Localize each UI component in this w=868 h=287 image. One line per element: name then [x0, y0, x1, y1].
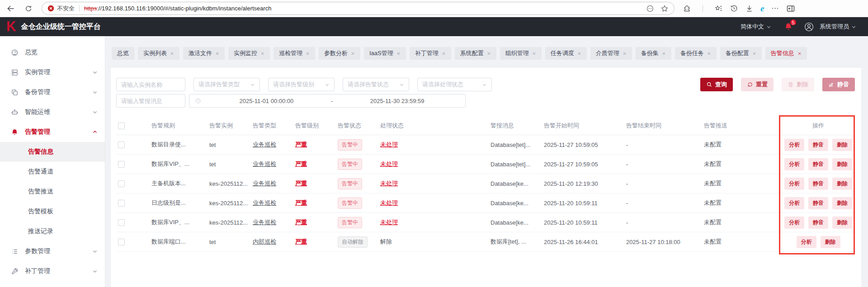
- close-icon[interactable]: [752, 52, 756, 56]
- close-icon[interactable]: [170, 52, 174, 56]
- tab-backup-task[interactable]: 备份任务: [675, 47, 717, 60]
- analyze-button[interactable]: 分析: [784, 216, 804, 229]
- date-start-value[interactable]: 2025-11-01 00:00:00: [204, 98, 329, 104]
- cell-type-link[interactable]: 业务巡检: [253, 219, 276, 226]
- browser-refresh-button[interactable]: [24, 5, 33, 13]
- cell-level-link[interactable]: 严重: [295, 238, 307, 245]
- close-icon[interactable]: [707, 52, 711, 56]
- analyze-button[interactable]: 分析: [784, 158, 804, 170]
- row-checkbox[interactable]: [118, 161, 125, 168]
- close-icon[interactable]: [351, 52, 355, 56]
- close-icon[interactable]: [487, 52, 491, 56]
- user-menu[interactable]: 系统管理员: [820, 23, 856, 31]
- cell-handle-link[interactable]: 未处理: [380, 180, 398, 187]
- avatar[interactable]: [804, 22, 814, 32]
- tab-iaas-mgmt[interactable]: IaaS管理: [364, 47, 406, 60]
- instance-name-input[interactable]: [116, 78, 185, 91]
- sidebar-item-alert-push[interactable]: 告警推送: [0, 182, 105, 202]
- row-delete-button[interactable]: 删除: [832, 158, 852, 170]
- sidebar-item-patch-mgmt[interactable]: 补丁管理: [0, 261, 105, 281]
- tab-activation-file[interactable]: 激活文件: [183, 47, 225, 60]
- row-delete-button[interactable]: 删除: [832, 178, 852, 190]
- reader-goals-icon[interactable]: [646, 4, 654, 13]
- row-checkbox[interactable]: [118, 219, 125, 226]
- close-icon[interactable]: [396, 52, 401, 56]
- downloads-icon[interactable]: [745, 4, 754, 13]
- sidebar-item-alert-mgmt[interactable]: 告警管理: [0, 122, 105, 142]
- close-icon[interactable]: [797, 52, 802, 56]
- delete-button[interactable]: 删除: [782, 78, 814, 91]
- tab-instance-list[interactable]: 实例列表: [138, 47, 179, 60]
- extensions-icon[interactable]: [683, 4, 691, 13]
- tab-task-schedule[interactable]: 任务调度: [545, 47, 587, 60]
- sidebar-item-alert-template[interactable]: 告警模板: [0, 202, 105, 221]
- row-delete-button[interactable]: 删除: [832, 216, 852, 229]
- language-switcher[interactable]: 简体中文: [741, 23, 771, 31]
- tab-backup-set[interactable]: 备份集: [636, 47, 671, 60]
- cell-level-link[interactable]: 严重: [295, 180, 307, 187]
- query-button[interactable]: 查询: [700, 78, 733, 91]
- bookmark-star-icon[interactable]: [660, 4, 669, 13]
- row-mute-button[interactable]: 静音: [808, 139, 828, 151]
- cell-handle-link[interactable]: 未处理: [380, 199, 398, 206]
- close-icon[interactable]: [662, 52, 666, 56]
- row-delete-button[interactable]: 删除: [832, 197, 852, 209]
- tab-inspection-mgmt[interactable]: 巡检管理: [274, 47, 315, 60]
- address-bar[interactable]: 不安全 https://192.168.150.116:19000/#/stat…: [42, 2, 675, 15]
- tab-org-mgmt[interactable]: 组织管理: [500, 47, 542, 60]
- cell-handle-link[interactable]: 未处理: [380, 160, 398, 167]
- cell-type-link[interactable]: 内部巡检: [253, 238, 276, 245]
- close-icon[interactable]: [306, 52, 310, 56]
- sidebar-item-instance-mgmt[interactable]: 实例管理: [0, 62, 105, 82]
- row-mute-button[interactable]: 静音: [808, 158, 828, 170]
- sidebar-item-alert-info[interactable]: 告警信息: [0, 142, 105, 162]
- favorites-icon[interactable]: [714, 4, 723, 13]
- browser-menu-icon[interactable]: [771, 4, 779, 13]
- tab-param-analysis[interactable]: 参数分析: [319, 47, 360, 60]
- cell-type-link[interactable]: 业务巡检: [253, 141, 276, 148]
- row-mute-button[interactable]: 静音: [808, 178, 828, 190]
- mute-button[interactable]: 静音: [822, 78, 855, 91]
- alert-type-select[interactable]: 请选择告警类型: [193, 78, 260, 91]
- row-checkbox[interactable]: [118, 180, 125, 187]
- sidebar-item-push-records[interactable]: 推送记录: [0, 221, 105, 241]
- tab-overview[interactable]: 总览: [112, 47, 134, 60]
- tab-backup-config[interactable]: 备份配置: [720, 47, 762, 60]
- side-panel-icon[interactable]: [786, 4, 795, 13]
- sidebar-item-alert-channel[interactable]: 告警通道: [0, 162, 105, 182]
- row-checkbox[interactable]: [118, 200, 125, 207]
- cell-level-link[interactable]: 严重: [295, 199, 307, 206]
- row-mute-button[interactable]: 静音: [808, 197, 828, 209]
- cell-type-link[interactable]: 业务巡检: [253, 199, 276, 206]
- close-icon[interactable]: [532, 52, 536, 56]
- handle-status-select[interactable]: 请选择处理状态: [417, 78, 492, 91]
- tab-instance-monitor[interactable]: 实例监控: [228, 47, 270, 60]
- select-all-checkbox[interactable]: [118, 122, 125, 129]
- analyze-button[interactable]: 分析: [784, 197, 804, 209]
- tab-system-config[interactable]: 系统配置: [455, 47, 496, 60]
- row-checkbox[interactable]: [118, 141, 125, 148]
- url-text[interactable]: https://192.168.150.116:19000/#/static-p…: [84, 5, 646, 12]
- date-range-picker[interactable]: 2025-11-01 00:00:00 - 2025-11-30 23:59:5…: [189, 94, 466, 108]
- cell-type-link[interactable]: 业务巡检: [253, 160, 276, 167]
- history-icon[interactable]: [730, 4, 738, 13]
- close-icon[interactable]: [577, 52, 581, 56]
- row-delete-button[interactable]: 删除: [832, 139, 852, 151]
- cell-level-link[interactable]: 严重: [295, 219, 307, 226]
- close-icon[interactable]: [442, 52, 446, 56]
- close-icon[interactable]: [260, 52, 264, 56]
- ie-mode-icon[interactable]: e: [760, 4, 764, 13]
- alert-status-select[interactable]: 请选择告警状态: [343, 78, 409, 91]
- row-mute-button[interactable]: 静音: [808, 216, 828, 229]
- reset-button[interactable]: 重置: [741, 78, 774, 91]
- alert-message-input[interactable]: [116, 94, 185, 108]
- tab-patch-mgmt[interactable]: 补丁管理: [410, 47, 451, 60]
- analyze-button[interactable]: 分析: [797, 236, 816, 248]
- close-icon[interactable]: [215, 52, 219, 56]
- sidebar-item-intelligent-ops[interactable]: 智能运维: [0, 102, 105, 122]
- row-checkbox[interactable]: [118, 239, 125, 245]
- date-end-value[interactable]: 2025-11-30 23:59:59: [335, 98, 460, 104]
- alert-level-select[interactable]: 请选择告警级别: [268, 78, 335, 91]
- analyze-button[interactable]: 分析: [784, 178, 804, 190]
- sidebar-item-param-mgmt[interactable]: 参数管理: [0, 241, 105, 261]
